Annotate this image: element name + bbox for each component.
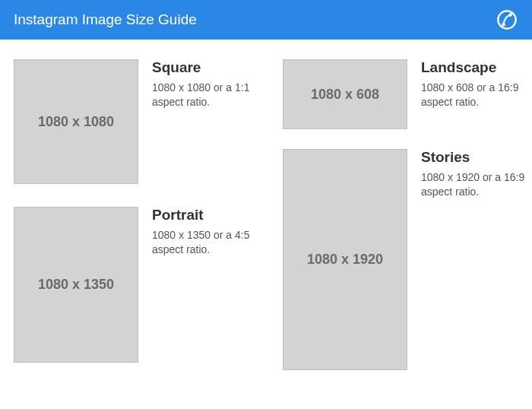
spec-portrait-title: Portrait: [152, 207, 258, 224]
spec-landscape-title: Landscape: [421, 59, 527, 76]
page-header: Instagram Image Size Guide: [0, 0, 532, 40]
spec-square-title: Square: [152, 59, 258, 76]
spec-landscape: 1080 x 608 Landscape 1080 x 608 or a 16:…: [283, 59, 527, 129]
spec-portrait-text: Portrait 1080 x 1350 or a 4:5 aspect rat…: [152, 207, 258, 257]
spec-portrait: 1080 x 1350 Portrait 1080 x 1350 or a 4:…: [14, 207, 258, 363]
spec-square-text: Square 1080 x 1080 or a 1:1 aspect ratio…: [152, 59, 258, 109]
spec-landscape-desc: 1080 x 608 or a 16:9 aspect ratio.: [421, 81, 527, 109]
spec-stories-title: Stories: [421, 149, 527, 166]
spec-square-box: 1080 x 1080: [14, 59, 138, 184]
spec-portrait-desc: 1080 x 1350 or a 4:5 aspect ratio.: [152, 228, 258, 257]
spec-stories: 1080 x 1920 Stories 1080 x 1920 or a 16:…: [283, 149, 527, 370]
spec-landscape-box: 1080 x 608: [283, 59, 407, 129]
svg-point-0: [498, 11, 515, 28]
spec-landscape-text: Landscape 1080 x 608 or a 16:9 aspect ra…: [421, 59, 527, 109]
brand-logo-icon: [496, 8, 518, 31]
spec-stories-desc: 1080 x 1920 or a 16:9 aspect ratio.: [421, 170, 527, 199]
page-title: Instagram Image Size Guide: [14, 11, 197, 28]
spec-portrait-box: 1080 x 1350: [14, 207, 138, 363]
spec-stories-dimensions: 1080 x 1920: [307, 252, 383, 268]
spec-square-desc: 1080 x 1080 or a 1:1 aspect ratio.: [152, 81, 258, 109]
spec-portrait-dimensions: 1080 x 1350: [38, 277, 114, 293]
spec-stories-box: 1080 x 1920: [283, 149, 407, 370]
spec-stories-text: Stories 1080 x 1920 or a 16:9 aspect rat…: [421, 149, 527, 199]
spec-landscape-dimensions: 1080 x 608: [311, 87, 379, 103]
spec-square-dimensions: 1080 x 1080: [38, 114, 114, 130]
spec-square: 1080 x 1080 Square 1080 x 1080 or a 1:1 …: [14, 59, 258, 184]
